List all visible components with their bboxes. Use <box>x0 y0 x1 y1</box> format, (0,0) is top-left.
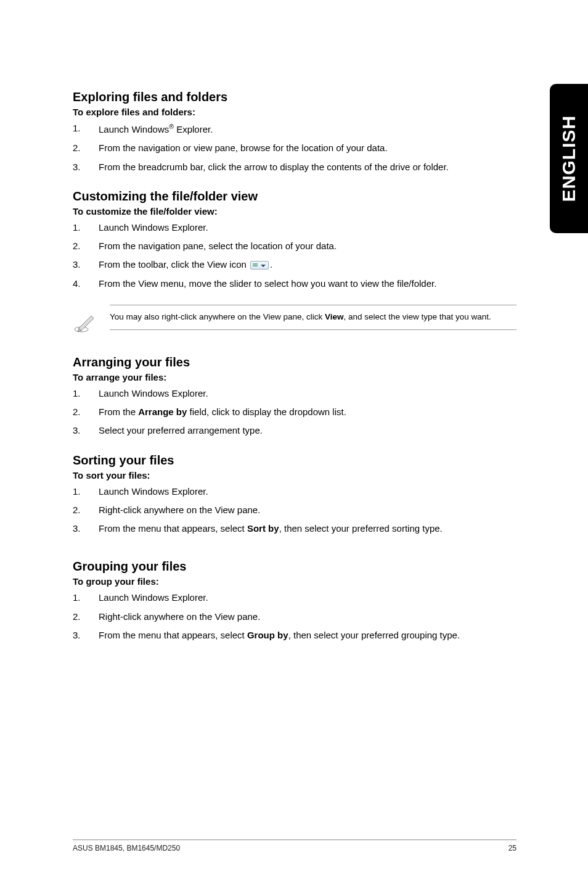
footer: ASUS BM1845, BM1645/MD250 25 <box>73 840 517 852</box>
list-item: 3. From the breadcrumb bar, click the ar… <box>73 161 517 173</box>
list-item: 2. Right-click anywhere on the View pane… <box>73 611 517 623</box>
list-item: 3. Select your preferred arrangement typ… <box>73 424 517 437</box>
step-number: 4. <box>73 278 99 290</box>
step-number: 3. <box>73 629 99 642</box>
list-item: 3. From the menu that appears, select Gr… <box>73 629 517 642</box>
footer-page-number: 25 <box>508 844 517 852</box>
step-text: From the menu that appears, select Group… <box>99 629 517 642</box>
heading-exploring: Exploring files and folders <box>73 90 517 104</box>
step-number: 2. <box>73 406 99 418</box>
step-number: 3. <box>73 161 99 173</box>
pencil-icon <box>73 305 110 337</box>
section-customizing: Customizing the file/folder view To cust… <box>73 189 517 290</box>
step-text: Launch Windows Explorer. <box>99 485 517 498</box>
section-sorting: Sorting your files To sort your files: 1… <box>73 453 517 535</box>
step-text: Launch Windows Explorer. <box>99 221 517 234</box>
heading-grouping: Grouping your files <box>73 559 517 574</box>
list-item: 2. From the navigation pane, select the … <box>73 240 517 252</box>
view-icon <box>250 261 269 270</box>
list-item: 3. From the toolbar, click the View icon… <box>73 258 517 271</box>
heading-arranging: Arranging your files <box>73 355 517 369</box>
sub-sorting: To sort your files: <box>73 470 517 481</box>
sub-arranging: To arrange your files: <box>73 372 517 382</box>
step-number: 3. <box>73 424 99 437</box>
step-text: From the navigation or view pane, browse… <box>99 142 517 154</box>
step-number: 2. <box>73 504 99 516</box>
step-text: Launch Windows Explorer. <box>99 592 517 604</box>
page-content: Exploring files and folders To explore f… <box>73 90 517 658</box>
footer-left: ASUS BM1845, BM1645/MD250 <box>73 844 180 852</box>
step-text: From the Arrange by field, click to disp… <box>99 406 517 418</box>
note-row: You may also right-click anywhere on the… <box>73 305 517 337</box>
steps-grouping: 1. Launch Windows Explorer. 2. Right-cli… <box>73 592 517 642</box>
list-item: 2. From the navigation or view pane, bro… <box>73 142 517 154</box>
list-item: 1. Launch Windows Explorer. <box>73 221 517 234</box>
svg-marker-1 <box>79 316 94 331</box>
list-item: 3. From the menu that appears, select So… <box>73 522 517 535</box>
step-text: Right-click anywhere on the View pane. <box>99 611 517 623</box>
list-item: 1. Launch Windows Explorer. <box>73 592 517 604</box>
heading-sorting: Sorting your files <box>73 453 517 468</box>
sub-grouping: To group your files: <box>73 576 517 587</box>
step-number: 1. <box>73 485 99 498</box>
step-number: 3. <box>73 258 99 271</box>
step-number: 1. <box>73 387 99 400</box>
step-number: 3. <box>73 522 99 535</box>
language-tab: ENGLISH <box>550 84 588 233</box>
step-text: From the breadcrumb bar, click the arrow… <box>99 161 517 173</box>
sub-customizing: To customize the file/folder view: <box>73 206 517 217</box>
steps-customizing: 1. Launch Windows Explorer. 2. From the … <box>73 221 517 290</box>
steps-exploring: 1. Launch Windows® Explorer. 2. From the… <box>73 122 517 173</box>
language-tab-label: ENGLISH <box>558 115 579 202</box>
note-box: You may also right-click anywhere on the… <box>110 305 517 330</box>
steps-arranging: 1. Launch Windows Explorer. 2. From the … <box>73 387 517 437</box>
list-item: 2. From the Arrange by field, click to d… <box>73 406 517 418</box>
steps-sorting: 1. Launch Windows Explorer. 2. Right-cli… <box>73 485 517 535</box>
list-item: 2. Right-click anywhere on the View pane… <box>73 504 517 516</box>
list-item: 1. Launch Windows Explorer. <box>73 387 517 400</box>
step-number: 1. <box>73 221 99 234</box>
section-exploring: Exploring files and folders To explore f… <box>73 90 517 173</box>
step-number: 2. <box>73 142 99 154</box>
step-number: 1. <box>73 592 99 604</box>
step-text: From the View menu, move the slider to s… <box>99 278 517 290</box>
section-arranging: Arranging your files To arrange your fil… <box>73 355 517 437</box>
sub-exploring: To explore files and folders: <box>73 107 517 117</box>
list-item: 1. Launch Windows Explorer. <box>73 485 517 498</box>
step-text: Launch Windows® Explorer. <box>99 122 517 136</box>
step-text: From the menu that appears, select Sort … <box>99 522 517 535</box>
step-number: 1. <box>73 122 99 136</box>
step-text: From the navigation pane, select the loc… <box>99 240 517 252</box>
step-number: 2. <box>73 611 99 623</box>
step-text: Launch Windows Explorer. <box>99 387 517 400</box>
section-grouping: Grouping your files To group your files:… <box>73 559 517 642</box>
list-item: 1. Launch Windows® Explorer. <box>73 122 517 136</box>
step-text: From the toolbar, click the View icon . <box>99 258 517 271</box>
step-text: Right-click anywhere on the View pane. <box>99 504 517 516</box>
step-text: Select your preferred arrangement type. <box>99 424 517 437</box>
heading-customizing: Customizing the file/folder view <box>73 189 517 204</box>
list-item: 4. From the View menu, move the slider t… <box>73 278 517 290</box>
step-number: 2. <box>73 240 99 252</box>
